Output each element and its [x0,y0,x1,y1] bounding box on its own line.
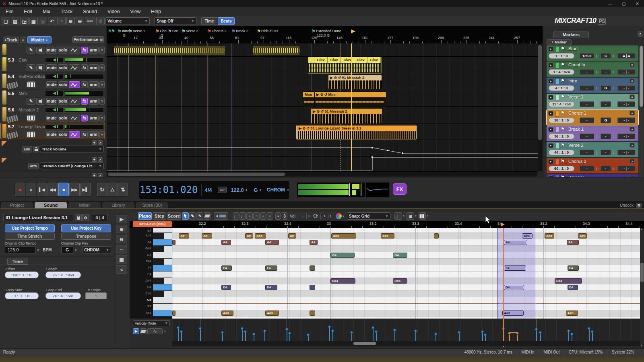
marker-flag-icon[interactable]: ⚑ [312,29,316,34]
marker-flag-label[interactable]: Chorus 2 [212,29,227,33]
marker-signature-field[interactable]: - | - [617,85,635,91]
velocity-handle[interactable] [177,326,180,329]
midi-note-a#4[interactable]: A#4 [255,233,266,239]
marker-flag-icon[interactable]: ⚑ [257,29,261,34]
velocity-handle[interactable] [288,332,291,335]
track-options-chevron[interactable]: ▾ [99,64,105,71]
pencil-icon-button[interactable]: ✎ [27,47,35,53]
virtual-keyboard-icon[interactable] [419,212,426,220]
clip-header[interactable]: ▶ ⊘ ↺ 01 Lounge Lizard Session 3.1 [297,125,416,131]
marker-flag-icon[interactable]: ⚑ [111,29,115,34]
note-duration-button[interactable]: ♪ [246,212,253,220]
fx-button[interactable]: fx [81,98,88,105]
dotted-note-button[interactable]: • [275,212,281,220]
velocity-handle[interactable] [221,331,224,334]
marker-flag-icon[interactable]: ⚑ [182,29,186,34]
performance-panel-button[interactable]: Performance▦ [72,36,104,43]
marker-close-button[interactable]: × [630,78,635,83]
track-header-SoftHornStabs[interactable]: 5.4SoftHornStabsmutesolofxarm▾ [1,73,105,89]
marker-tempo-field[interactable]: - [580,69,594,75]
marker-tempo-field[interactable]: - [580,134,594,139]
go-to-end-button[interactable]: ▶▌ [80,183,91,196]
track-options-chevron[interactable]: ▾ [99,98,105,105]
beats-mode-button[interactable]: Beats [218,17,235,25]
metronome-button[interactable]: △ [107,183,118,196]
marker-expand-button[interactable]: ▸ [548,143,553,148]
midi-note-d4[interactable]: D4 [221,285,231,290]
marker-position-field[interactable]: 60 : 1 : 0 [549,166,574,171]
new-project-icon[interactable]: ▢ [2,17,10,25]
tab-mixer[interactable]: Mixer [68,202,101,208]
master-track-button[interactable]: Master≡ [27,36,52,43]
note-duration-button[interactable]: ♩ [239,212,246,220]
marker-color-swatch[interactable] [555,159,559,165]
track-header-partial[interactable]: ✎mutesolofxarm▾ [1,43,105,56]
track-list-icon[interactable]: ≡ [20,37,26,43]
marker-signature-field[interactable]: - | - [617,150,635,155]
velocity-handle[interactable] [328,325,331,328]
midi-icon[interactable]: midi [85,17,95,25]
loop-end-field[interactable]: 74 : 4 : 581 [45,292,81,299]
midi-note-a4[interactable]: A4 [265,240,279,245]
chevron-down-icon[interactable]: ▾ [415,214,417,218]
velocity-handle[interactable] [241,327,244,330]
clip-01-messiah-2[interactable]: ▶ ⊘ ↺ 01 Messiah 2 [328,74,382,89]
mute-button[interactable]: mute [46,81,57,88]
tab-piano[interactable]: Piano [138,212,152,220]
marker-name[interactable]: Break 1 [568,127,584,132]
midi-note-g4[interactable]: G4 [330,253,355,258]
velocity-handle[interactable] [539,331,542,334]
marker-name[interactable]: Verse 2 [568,143,583,148]
midi-note-a#[interactable]: A# [202,233,212,239]
tab-step[interactable]: Step [153,212,166,220]
mute-button[interactable]: mute [46,131,57,138]
fx-button[interactable]: fx [81,115,88,121]
audio-waveform-clip[interactable] [114,46,225,55]
note-duration-button[interactable]: ♬ [260,212,266,220]
piano-key-c4[interactable] [153,297,172,304]
marker-flag-label[interactable]: Verse 1 [133,29,145,33]
midi-note-a#3[interactable]: A#3 [221,311,233,316]
midi-note-d4[interactable]: D4 [504,285,524,290]
markers-tab[interactable]: Markers [553,31,589,38]
slider-handle[interactable] [53,125,56,128]
automation-button[interactable] [69,98,80,105]
keyboard-icon-button[interactable] [27,115,35,121]
vscroll-thumb[interactable] [640,263,644,282]
marker-tempo-field[interactable]: - [580,150,594,155]
menu-mix[interactable]: Mix [43,9,50,14]
chevron-down-icon[interactable]: ▾ [164,330,166,333]
clip-mini[interactable]: Mini [303,91,314,107]
velocity-handle[interactable] [350,331,353,334]
track-name[interactable]: Clav [19,58,27,62]
num-loops-field[interactable]: 1 [85,292,107,299]
audio-waveform-clip[interactable] [253,46,299,55]
marker-row-intro[interactable]: ▸⚑Intro×4 : 1 : 0-▲▼G▲▼- | - [547,78,638,93]
zoom-in-icon[interactable]: ⊕ [116,225,127,233]
snap-dropdown[interactable]: Snap Off▼ [155,17,196,25]
marker-color-swatch[interactable] [555,143,559,149]
lane-parameter-dropdown[interactable]: Tremolo On/Off [Lounge Liz...▼ [40,162,104,169]
marker-close-button[interactable]: × [630,143,635,148]
menu-help[interactable]: Help [151,9,161,14]
automation-button[interactable] [69,131,80,138]
velocity-handle[interactable] [263,329,266,332]
tab-library[interactable]: Library [102,202,134,208]
menu-view[interactable]: View [130,9,140,14]
velocity-handle[interactable] [331,329,334,332]
clip-header[interactable]: Mini [303,92,314,97]
pencil-icon-button[interactable]: ✎ [27,64,35,71]
line-tool-button[interactable]: ✎ [196,212,203,220]
solo-button[interactable]: solo [58,115,68,121]
menu-edit[interactable]: Edit [24,9,32,14]
midi-note-f4[interactable] [310,265,315,271]
key-spinner[interactable]: ▲▼ [611,85,615,91]
slider-handle[interactable] [53,58,56,62]
midi-note-a#4[interactable]: A#4 [381,233,394,239]
grid-icon[interactable]: ▦ [116,255,127,263]
zoom-out-icon[interactable]: ⊖ [76,17,84,25]
solo-button[interactable]: solo [58,131,68,138]
lane-lock-button[interactable] [33,146,39,152]
playhead-flag[interactable] [351,29,355,33]
punch-in-out-button[interactable]: ⇅ [118,183,128,196]
